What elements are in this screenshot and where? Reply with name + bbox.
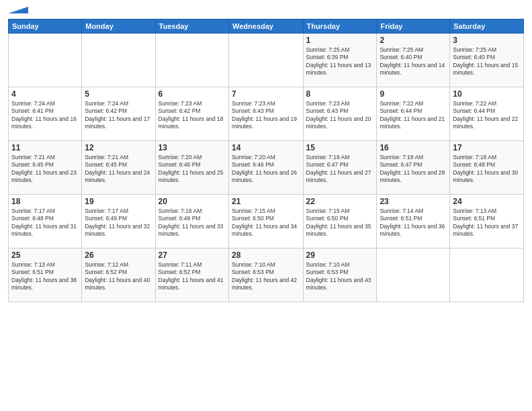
day-detail: Sunrise: 7:12 AMSunset: 6:52 PMDaylight:… <box>85 261 152 292</box>
day-detail: Sunrise: 7:25 AMSunset: 6:39 PMDaylight:… <box>306 46 374 77</box>
day-number: 8 <box>306 89 374 99</box>
calendar-week-row: 11Sunrise: 7:21 AMSunset: 6:45 PMDayligh… <box>9 141 524 195</box>
calendar-cell: 11Sunrise: 7:21 AMSunset: 6:45 PMDayligh… <box>9 141 82 195</box>
calendar-cell: 15Sunrise: 7:19 AMSunset: 6:47 PMDayligh… <box>303 141 377 195</box>
day-detail: Sunrise: 7:22 AMSunset: 6:44 PMDaylight:… <box>453 100 521 131</box>
calendar-cell: 29Sunrise: 7:10 AMSunset: 6:53 PMDayligh… <box>303 248 377 302</box>
day-number: 19 <box>85 197 152 206</box>
calendar-cell: 22Sunrise: 7:15 AMSunset: 6:50 PMDayligh… <box>303 195 377 248</box>
day-detail: Sunrise: 7:24 AMSunset: 6:42 PMDaylight:… <box>85 100 152 131</box>
day-detail: Sunrise: 7:10 AMSunset: 6:53 PMDaylight:… <box>306 261 374 292</box>
day-number: 12 <box>85 143 152 152</box>
calendar-cell <box>229 34 304 87</box>
day-detail: Sunrise: 7:25 AMSunset: 6:40 PMDaylight:… <box>380 46 447 77</box>
day-detail: Sunrise: 7:14 AMSunset: 6:51 PMDaylight:… <box>380 208 447 238</box>
calendar-week-row: 1Sunrise: 7:25 AMSunset: 6:39 PMDaylight… <box>9 34 524 87</box>
day-number: 4 <box>11 89 79 99</box>
day-detail: Sunrise: 7:17 AMSunset: 6:49 PMDaylight:… <box>85 208 152 238</box>
day-detail: Sunrise: 7:23 AMSunset: 6:43 PMDaylight:… <box>306 100 374 131</box>
day-detail: Sunrise: 7:18 AMSunset: 6:48 PMDaylight:… <box>453 154 521 185</box>
day-detail: Sunrise: 7:23 AMSunset: 6:42 PMDaylight:… <box>159 100 226 131</box>
calendar-cell: 17Sunrise: 7:18 AMSunset: 6:48 PMDayligh… <box>450 141 524 195</box>
day-detail: Sunrise: 7:15 AMSunset: 6:50 PMDaylight:… <box>306 208 374 238</box>
svg-marker-0 <box>8 7 28 13</box>
day-number: 25 <box>11 250 79 260</box>
calendar-cell: 18Sunrise: 7:17 AMSunset: 6:48 PMDayligh… <box>9 195 82 248</box>
day-of-week-header: Tuesday <box>155 19 228 34</box>
day-detail: Sunrise: 7:10 AMSunset: 6:53 PMDaylight:… <box>232 261 300 292</box>
day-detail: Sunrise: 7:21 AMSunset: 6:45 PMDaylight:… <box>11 154 79 185</box>
calendar-cell: 8Sunrise: 7:23 AMSunset: 6:43 PMDaylight… <box>303 87 377 141</box>
calendar-cell: 1Sunrise: 7:25 AMSunset: 6:39 PMDaylight… <box>303 34 377 87</box>
day-number: 26 <box>85 250 152 260</box>
calendar-cell <box>377 248 450 302</box>
calendar-cell: 10Sunrise: 7:22 AMSunset: 6:44 PMDayligh… <box>450 87 524 141</box>
day-number: 11 <box>11 143 79 152</box>
day-number: 16 <box>380 143 447 152</box>
calendar-cell: 14Sunrise: 7:20 AMSunset: 6:46 PMDayligh… <box>229 141 304 195</box>
day-detail: Sunrise: 7:21 AMSunset: 6:45 PMDaylight:… <box>85 154 152 185</box>
calendar-cell: 4Sunrise: 7:24 AMSunset: 6:41 PMDaylight… <box>9 87 82 141</box>
day-of-week-header: Thursday <box>303 19 377 34</box>
day-number: 24 <box>453 197 521 206</box>
day-number: 29 <box>306 250 374 260</box>
day-of-week-header: Saturday <box>450 19 524 34</box>
calendar-cell: 2Sunrise: 7:25 AMSunset: 6:40 PMDaylight… <box>377 34 450 87</box>
calendar-cell: 24Sunrise: 7:13 AMSunset: 6:51 PMDayligh… <box>450 195 524 248</box>
calendar-cell: 13Sunrise: 7:20 AMSunset: 6:46 PMDayligh… <box>155 141 228 195</box>
day-detail: Sunrise: 7:20 AMSunset: 6:46 PMDaylight:… <box>159 154 226 185</box>
day-number: 9 <box>380 89 447 99</box>
calendar-cell <box>9 34 82 87</box>
header <box>8 7 524 13</box>
calendar-cell: 12Sunrise: 7:21 AMSunset: 6:45 PMDayligh… <box>82 141 155 195</box>
day-detail: Sunrise: 7:19 AMSunset: 6:47 PMDaylight:… <box>306 154 374 185</box>
day-number: 17 <box>453 143 521 152</box>
calendar-cell <box>450 248 524 302</box>
calendar-cell: 26Sunrise: 7:12 AMSunset: 6:52 PMDayligh… <box>82 248 155 302</box>
day-detail: Sunrise: 7:17 AMSunset: 6:48 PMDaylight:… <box>11 208 79 238</box>
day-detail: Sunrise: 7:23 AMSunset: 6:43 PMDaylight:… <box>232 100 300 131</box>
calendar-week-row: 18Sunrise: 7:17 AMSunset: 6:48 PMDayligh… <box>9 195 524 248</box>
calendar-cell: 7Sunrise: 7:23 AMSunset: 6:43 PMDaylight… <box>229 87 304 141</box>
day-number: 1 <box>306 36 374 45</box>
day-of-week-header: Sunday <box>9 19 82 34</box>
day-number: 14 <box>232 143 300 152</box>
calendar-week-row: 4Sunrise: 7:24 AMSunset: 6:41 PMDaylight… <box>9 87 524 141</box>
day-detail: Sunrise: 7:13 AMSunset: 6:51 PMDaylight:… <box>453 208 521 238</box>
day-of-week-header: Friday <box>377 19 450 34</box>
day-detail: Sunrise: 7:11 AMSunset: 6:52 PMDaylight:… <box>159 261 226 292</box>
calendar-cell: 5Sunrise: 7:24 AMSunset: 6:42 PMDaylight… <box>82 87 155 141</box>
calendar-cell: 6Sunrise: 7:23 AMSunset: 6:42 PMDaylight… <box>155 87 228 141</box>
day-detail: Sunrise: 7:22 AMSunset: 6:44 PMDaylight:… <box>380 100 447 131</box>
day-detail: Sunrise: 7:15 AMSunset: 6:50 PMDaylight:… <box>232 208 300 238</box>
day-number: 27 <box>159 250 226 260</box>
day-of-week-header: Wednesday <box>229 19 304 34</box>
day-detail: Sunrise: 7:24 AMSunset: 6:41 PMDaylight:… <box>11 100 79 131</box>
header-row: SundayMondayTuesdayWednesdayThursdayFrid… <box>9 19 524 34</box>
calendar-table: SundayMondayTuesdayWednesdayThursdayFrid… <box>8 19 524 302</box>
day-detail: Sunrise: 7:20 AMSunset: 6:46 PMDaylight:… <box>232 154 300 185</box>
day-number: 5 <box>85 89 152 99</box>
logo <box>8 7 28 13</box>
day-number: 23 <box>380 197 447 206</box>
day-detail: Sunrise: 7:16 AMSunset: 6:49 PMDaylight:… <box>159 208 226 238</box>
calendar-cell: 3Sunrise: 7:25 AMSunset: 6:40 PMDaylight… <box>450 34 524 87</box>
calendar-cell: 21Sunrise: 7:15 AMSunset: 6:50 PMDayligh… <box>229 195 304 248</box>
calendar-cell <box>155 34 228 87</box>
day-number: 20 <box>159 197 226 206</box>
day-number: 2 <box>380 36 447 45</box>
day-detail: Sunrise: 7:18 AMSunset: 6:47 PMDaylight:… <box>380 154 447 185</box>
day-number: 22 <box>306 197 374 206</box>
day-number: 15 <box>306 143 374 152</box>
calendar-cell: 9Sunrise: 7:22 AMSunset: 6:44 PMDaylight… <box>377 87 450 141</box>
day-number: 7 <box>232 89 300 99</box>
day-detail: Sunrise: 7:13 AMSunset: 6:51 PMDaylight:… <box>11 261 79 292</box>
day-number: 3 <box>453 36 521 45</box>
calendar-cell <box>82 34 155 87</box>
calendar-week-row: 25Sunrise: 7:13 AMSunset: 6:51 PMDayligh… <box>9 248 524 302</box>
day-number: 18 <box>11 197 79 206</box>
calendar-cell: 25Sunrise: 7:13 AMSunset: 6:51 PMDayligh… <box>9 248 82 302</box>
logo-icon <box>8 7 28 13</box>
day-number: 28 <box>232 250 300 260</box>
calendar-cell: 27Sunrise: 7:11 AMSunset: 6:52 PMDayligh… <box>155 248 228 302</box>
